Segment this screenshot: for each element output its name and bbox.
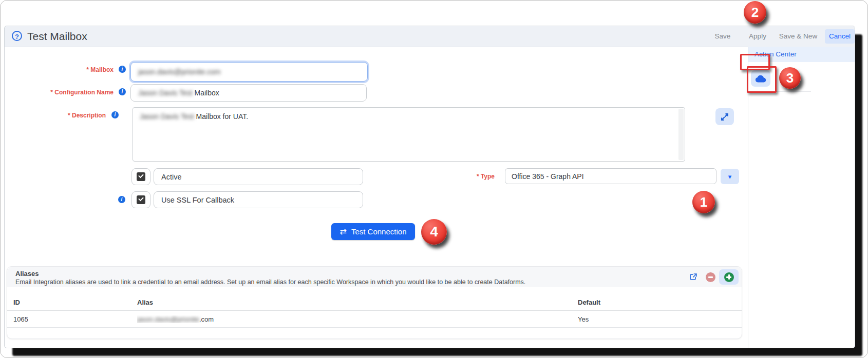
description-info-icon[interactable]: i — [111, 111, 119, 118]
alias-email-visible: .com — [199, 315, 214, 323]
column-header-default: Default — [578, 299, 742, 306]
description-value-redacted: Jason Davis Test — [140, 112, 196, 121]
configuration-name-input[interactable]: Jason Davis Test Mailbox — [130, 84, 367, 102]
type-dropdown-button[interactable]: ▾ — [721, 169, 739, 184]
open-in-new-window-button[interactable] — [686, 270, 701, 284]
active-checkbox[interactable] — [131, 168, 150, 185]
remove-alias-button[interactable] — [705, 272, 716, 282]
column-header-alias: Alias — [137, 299, 578, 306]
configuration-name-value-redacted: Jason Davis Test — [138, 89, 193, 97]
minus-circle-icon — [706, 272, 715, 282]
plus-circle-icon — [724, 272, 734, 282]
alias-default-cell: Yes — [578, 315, 742, 323]
mailbox-value: jason.davis@prionite.com — [138, 68, 221, 76]
configuration-name-info-icon[interactable]: i — [119, 88, 126, 95]
description-value: Mailbox for UAT. — [196, 112, 248, 121]
aliases-description: Email Integration aliases are used to li… — [15, 279, 525, 286]
aliases-card: Aliases Email Integration aliases are us… — [7, 266, 742, 339]
mailbox-input[interactable]: jason.davis@prionite.com — [130, 62, 368, 82]
cancel-button[interactable]: Cancel — [825, 29, 855, 44]
page-title: Test Mailbox — [27, 26, 87, 47]
chevron-down-icon: ▾ — [728, 173, 732, 181]
table-row[interactable]: 1065 jason.davis@prionite.com Yes — [7, 311, 742, 328]
annotation-badge-2: 2 — [744, 1, 766, 24]
aliases-table: ID Alias Default 1065 jason.davis@prioni… — [7, 294, 742, 328]
test-connection-label: Test Connection — [351, 227, 407, 236]
external-link-icon — [689, 272, 698, 282]
save-and-new-button[interactable]: Save & New — [775, 26, 821, 47]
alias-email-cell: jason.davis@prionite.com — [137, 315, 578, 323]
active-label: Active — [154, 168, 363, 185]
test-connection-button[interactable]: ⇄ Test Connection — [331, 223, 415, 240]
checkmark-icon — [137, 195, 145, 204]
swap-arrows-icon: ⇄ — [340, 228, 347, 236]
type-value: Office 365 - Graph API — [512, 172, 584, 181]
checkmark-icon — [137, 172, 145, 181]
header-bar: ? Test Mailbox Save Apply Save & New Can… — [5, 26, 855, 47]
app-window: ? Test Mailbox Save Apply Save & New Can… — [4, 26, 855, 348]
use-ssl-checkbox[interactable] — [131, 191, 150, 208]
annotation-badge-4: 4 — [421, 219, 447, 245]
textarea-scrollbar[interactable] — [678, 109, 684, 160]
use-ssl-label: Use SSL For Callback — [154, 191, 363, 208]
aliases-table-header: ID Alias Default — [7, 294, 742, 311]
annotation-box-cloud — [747, 66, 777, 93]
configuration-name-value: Mailbox — [193, 89, 219, 97]
alias-email-redacted: jason.davis@prionite — [137, 315, 199, 323]
column-header-id: ID — [13, 299, 137, 306]
annotation-badge-3: 3 — [779, 67, 801, 89]
type-label: * Type — [454, 173, 495, 180]
description-label: * Description — [5, 112, 106, 119]
add-alias-button[interactable] — [719, 269, 739, 285]
apply-button[interactable]: Apply — [744, 30, 771, 43]
expand-icon — [720, 112, 729, 122]
type-input[interactable]: Office 365 - Graph API — [505, 168, 716, 184]
help-icon[interactable]: ? — [12, 31, 22, 41]
mailbox-info-icon[interactable]: i — [119, 66, 126, 73]
use-ssl-info-icon[interactable]: i — [118, 196, 125, 203]
annotation-badge-1: 1 — [692, 191, 715, 213]
aliases-card-header: Aliases Email Integration aliases are us… — [7, 267, 742, 287]
save-button[interactable]: Save — [709, 26, 736, 47]
expand-description-button[interactable] — [715, 108, 734, 125]
configuration-name-label: * Configuration Name — [5, 89, 114, 96]
mailbox-label: * Mailbox — [5, 66, 114, 73]
alias-id-cell: 1065 — [13, 315, 137, 323]
aliases-title: Aliases — [15, 270, 39, 277]
description-textarea[interactable]: Jason Davis Test Mailbox for UAT. — [133, 107, 685, 162]
